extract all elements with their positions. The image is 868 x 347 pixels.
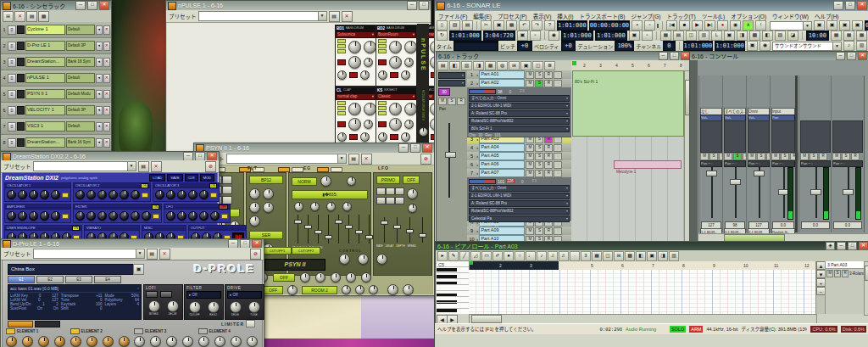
- piano-maximize-button[interactable]: □: [848, 242, 857, 250]
- rack-delete-button[interactable]: ✕: [14, 11, 25, 22]
- dprole-vol-knob[interactable]: [182, 336, 193, 347]
- psyn-grid-button[interactable]: [222, 176, 232, 184]
- dprole-decim-knob[interactable]: [167, 300, 179, 312]
- psyn-volume-knob[interactable]: [403, 284, 414, 295]
- psyn-bend-knob[interactable]: [342, 285, 351, 294]
- snap-grid-button[interactable]: ▩: [749, 31, 760, 41]
- record-mode-combo[interactable]: サウンドオンサウンド▼: [772, 42, 842, 51]
- inspector-gain-field[interactable]: [438, 72, 465, 79]
- console-fx-bin[interactable]: [748, 120, 770, 153]
- pulse-out-chip[interactable]: [390, 134, 398, 140]
- rack-row-prev-button[interactable]: ◂: [96, 25, 103, 35]
- track-solo-button[interactable]: S: [535, 170, 543, 177]
- dream-knob[interactable]: [75, 211, 85, 221]
- inspector-patch-badge[interactable]: 30: [438, 88, 450, 96]
- menu-item[interactable]: 表示(V): [533, 12, 552, 20]
- rack-row-preset[interactable]: Bank 16 Synt: [66, 57, 95, 67]
- dream-knob[interactable]: [97, 190, 107, 199]
- record-options-button[interactable]: ◉: [760, 41, 771, 51]
- led-indicator[interactable]: [6, 328, 15, 334]
- loop-clear-button[interactable]: ▫: [530, 31, 541, 41]
- rack-row-preset[interactable]: Default 3P: [66, 105, 95, 115]
- pulse-knob[interactable]: [404, 103, 417, 115]
- pulse-minimize-button[interactable]: ─: [407, 1, 417, 10]
- console-window[interactable]: 6-16 - コンソール ─ □ ✕ なしVol+MSRPan ─ ◦1271-…: [689, 51, 868, 243]
- pulse-master-knob[interactable]: [419, 127, 428, 137]
- dream-knob[interactable]: [166, 211, 175, 221]
- pulse-knob[interactable]: [404, 120, 414, 129]
- psyn-slider-handle[interactable]: [355, 230, 363, 234]
- psyn-knob[interactable]: [346, 272, 356, 283]
- pulse-knob[interactable]: [348, 56, 361, 69]
- track-name[interactable]: Part A01: [479, 70, 525, 79]
- console-titlebar[interactable]: 6-16 - コンソール ─ □ ✕: [690, 52, 868, 60]
- pulse-module-bd1[interactable]: BD1BASS DRUMSubsonica▾: [335, 25, 376, 87]
- console-strip-master[interactable]: InputPanMSRPan ─ ◦0.0Realtek H..Master: [770, 76, 797, 232]
- rack-row-grip-icon[interactable]: ≡: [8, 58, 16, 67]
- track-param-field[interactable]: Celestial Pa: [469, 215, 570, 222]
- piano-tool-button[interactable]: ◿: [470, 251, 481, 261]
- rack-row-grip-icon[interactable]: ≡: [8, 90, 16, 99]
- rack-row-grip-icon[interactable]: ≡: [8, 74, 16, 83]
- psyn-knob[interactable]: [249, 188, 260, 199]
- pulse-knob[interactable]: [348, 103, 361, 115]
- pulse-module-preset[interactable]: BoomRoom▾: [376, 31, 416, 38]
- piano-side-track[interactable]: 3 Part A03: [826, 261, 865, 269]
- pulse-knob[interactable]: [364, 120, 373, 129]
- track-mute-button[interactable]: M: [526, 71, 534, 79]
- dprole-fx1-knob[interactable]: [198, 336, 209, 347]
- toolbar-button[interactable]: ▫: [644, 20, 655, 31]
- dream-chip[interactable]: [153, 214, 159, 219]
- midi-clip[interactable]: 80's Sci-Fi 1: [572, 70, 684, 137]
- piano-black-key[interactable]: [437, 309, 457, 312]
- console-solo-button[interactable]: S: [709, 153, 718, 160]
- rewind-button[interactable]: |◀: [666, 20, 677, 31]
- track-name[interactable]: Part A06: [479, 160, 525, 169]
- track-solo-button[interactable]: S: [535, 161, 543, 169]
- console-mute-button[interactable]: M: [771, 153, 780, 160]
- rack-row-preset[interactable]: Default 3P: [66, 41, 95, 51]
- track-solo-button[interactable]: S: [535, 227, 543, 235]
- console-mute-button[interactable]: M: [800, 153, 809, 160]
- view-button[interactable]: ▣: [839, 20, 850, 31]
- dprole-vol-knob[interactable]: [119, 336, 130, 347]
- pulse-module-cl[interactable]: CLCLAPnormal clap▾: [335, 87, 376, 148]
- dream-knob[interactable]: [142, 211, 151, 221]
- loop-record-button[interactable]: ◉: [730, 20, 741, 31]
- dream-knob[interactable]: [131, 211, 140, 221]
- snap-option-button[interactable]: ▦: [843, 31, 854, 41]
- rack-row[interactable]: 3≡DreamStation...Bank 16 Synt◂✕: [1, 54, 111, 70]
- rack-freeze-button[interactable]: ▦: [38, 11, 49, 22]
- rack-insert-button[interactable]: ⊞: [3, 11, 14, 22]
- psyn-slider-handle[interactable]: [294, 220, 302, 224]
- dream-knob[interactable]: [120, 211, 129, 221]
- rack-properties-button[interactable]: ▤: [26, 11, 37, 22]
- console-pan-slider[interactable]: Pan ─ ◦: [771, 160, 795, 167]
- track-param-field[interactable]: すべての入力 - Omni: [469, 185, 570, 192]
- dprole-bypass-icon[interactable]: ⊘: [250, 249, 261, 260]
- menu-item[interactable]: ジャンプ(G): [632, 12, 661, 20]
- psyn-slider[interactable]: [355, 215, 361, 243]
- rack-row[interactable]: 8≡DreamStation...Bank 16 Synt◂✕: [1, 135, 111, 151]
- dream-knob[interactable]: [188, 211, 198, 221]
- console-mute-button[interactable]: M: [700, 153, 709, 160]
- piano-roll-window[interactable]: 6-16 - ピアノロール - Part A03 ◈ ─ □ ✕ ▸✎╱◿▭✐●…: [435, 241, 868, 325]
- track-input-echo-button[interactable]: ◌: [554, 71, 562, 79]
- rack-row-prev-button[interactable]: ◂: [96, 122, 103, 132]
- rack-row-prev-button[interactable]: ◂: [96, 90, 103, 99]
- menu-item[interactable]: ツール(L): [702, 12, 725, 20]
- psyn-sync-knob[interactable]: [407, 188, 418, 199]
- rack-maximize-button[interactable]: □: [87, 1, 97, 10]
- dream-chip[interactable]: [142, 193, 148, 198]
- dprole-drive-knob[interactable]: [230, 301, 242, 313]
- console-strip-realtek-hd-a-[interactable]: MSRPan ─ ◦0.0Realtek HD A.: [831, 76, 865, 232]
- psyn-knob[interactable]: [310, 202, 320, 211]
- punch-button[interactable]: ◉: [548, 31, 559, 41]
- track-arm-button[interactable]: R: [544, 80, 553, 87]
- dream-section-state[interactable]: ON: [72, 226, 80, 231]
- track-solo-button[interactable]: S: [535, 80, 543, 87]
- dream-section-state[interactable]: OFF: [219, 204, 228, 210]
- rack-row-mute-icon[interactable]: [17, 42, 25, 50]
- piano-tool-button[interactable]: 3: [581, 251, 591, 261]
- psyn-grid-button[interactable]: [376, 187, 386, 195]
